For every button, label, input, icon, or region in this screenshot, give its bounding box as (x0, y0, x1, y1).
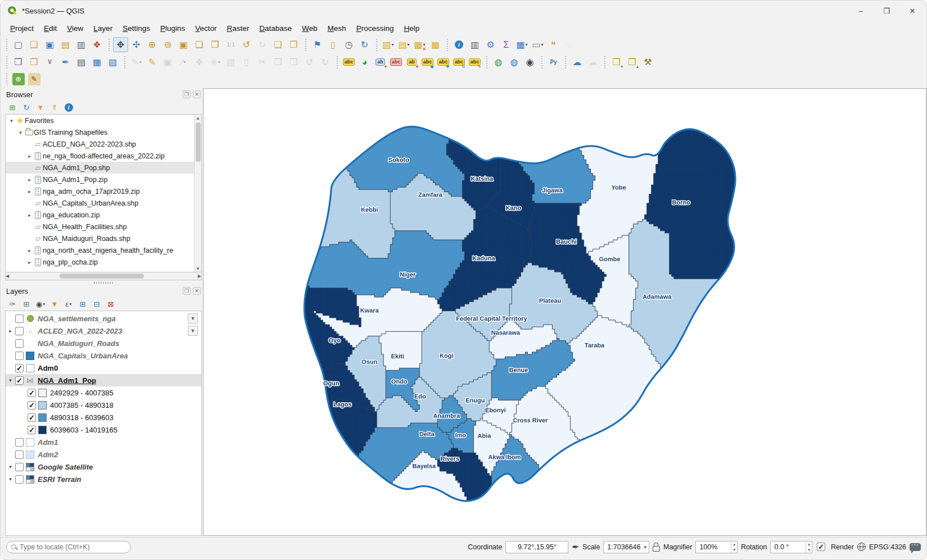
layer-checkbox[interactable] (15, 475, 24, 484)
save-project-button[interactable]: ▣ (42, 37, 57, 52)
layer-diagrams-button[interactable]: ◕ (357, 54, 372, 70)
layer-checkbox[interactable] (15, 315, 24, 323)
scroll-right-icon[interactable]: ▶ (198, 273, 201, 280)
crs-status[interactable]: EPSG:4326 (869, 543, 906, 551)
magnifier-spinner[interactable]: 100% (695, 541, 738, 553)
layer-checkbox[interactable]: ✓ (15, 364, 24, 372)
layer-row-adm2[interactable]: Adm2 (6, 448, 201, 461)
menu-layer[interactable]: Layer (88, 22, 117, 35)
layer-row-4007385-4890318[interactable]: ✓4007385 - 4890318 (6, 399, 201, 411)
layer-checkbox[interactable] (15, 327, 24, 335)
manage-map-themes-button[interactable]: ◉▾ (34, 298, 47, 310)
copy-features-button[interactable]: ❐ (270, 54, 286, 70)
menu-help[interactable]: Help (399, 22, 424, 35)
browser-vertical-scrollbar[interactable]: ▲ ▼ (194, 115, 201, 272)
locator-bar[interactable] (6, 541, 131, 553)
select-features-button[interactable]: ▧▾ (381, 37, 396, 52)
new-map-view-button[interactable]: ❏ (270, 37, 286, 52)
undo-button[interactable]: ↺ (302, 54, 317, 70)
layer-row-nga-adm1-pop[interactable]: ▾✓⋈NGA_Adm1_Pop (6, 374, 201, 386)
zoom-native-button[interactable]: 1:1 (223, 37, 238, 52)
layer-checkbox[interactable]: ✓ (28, 413, 36, 422)
open-project-button[interactable]: ❏ (26, 37, 42, 52)
menu-vector[interactable]: Vector (190, 22, 221, 35)
new-geopackage-layer-button[interactable]: ✒ (58, 54, 73, 70)
multiedit-attributes-button[interactable]: ▤ (223, 54, 238, 70)
style-manager-button[interactable]: ❖ (89, 37, 105, 52)
change-label-properties-button[interactable]: abc✎ (467, 54, 482, 70)
metasearch-catalog-button[interactable]: ◍ (491, 54, 506, 70)
lock-scale-icon[interactable] (653, 546, 660, 552)
zoom-last-button[interactable]: ↺ (239, 37, 254, 52)
open-layer-styling-button[interactable]: ✑ (6, 298, 19, 310)
browser-item-nga-plp-ocha-zip[interactable]: ▸nga_plp_ocha.zip (6, 256, 194, 268)
browser-item-nga-education-zip[interactable]: ▸nga_education.zip (6, 209, 194, 221)
layer-checkbox[interactable]: ✓ (28, 401, 36, 409)
locator-input[interactable] (20, 543, 126, 551)
3d-box-import-button[interactable]: ❒▾ (609, 54, 624, 70)
3d-box-export-button[interactable]: ❒▴ (625, 54, 640, 70)
expander-icon[interactable]: ▸ (26, 189, 33, 194)
browser-close-icon[interactable]: ✕ (193, 90, 201, 98)
current-edits-button[interactable]: ✎▾ (129, 54, 144, 70)
highlight-pinned-labels-button[interactable]: abc (388, 54, 404, 70)
bookmark-manager-button[interactable]: ▯ (325, 37, 341, 52)
menu-plugins[interactable]: Plugins (155, 22, 190, 35)
collapse-all-layers-button[interactable]: ⊟ (91, 298, 103, 310)
select-by-location-button[interactable]: ▦ (428, 37, 443, 52)
cloud-storage-button[interactable]: ☁ (569, 54, 585, 70)
scrollbar-thumb[interactable] (196, 122, 201, 162)
identify-features-button[interactable]: i (451, 37, 467, 52)
toggle-label-pin-button[interactable]: ab▾ (404, 54, 419, 70)
panel-splitter[interactable] (5, 280, 202, 285)
digitize-with-segment-button[interactable]: ∕▾ (176, 54, 191, 70)
open-attribute-table-button[interactable]: ▦▾ (514, 37, 530, 52)
messages-icon[interactable] (910, 543, 921, 551)
coordinate-capture-icon[interactable]: ✒ (572, 542, 579, 552)
add-vector-layer-button[interactable]: ❒ (26, 54, 42, 70)
vertex-tool-button[interactable]: ✳▾ (207, 54, 223, 70)
show-spatial-bookmarks-button[interactable]: ⚑ (310, 37, 325, 52)
collapse-all-button[interactable]: ⇑ (48, 101, 61, 113)
expander-icon[interactable]: ▸ (26, 248, 33, 253)
cloud-upload-button[interactable]: ☁ (585, 54, 600, 70)
expander-icon[interactable]: ▾ (7, 377, 14, 383)
add-delimited-text-layer-button[interactable]: ▤ (74, 54, 89, 70)
select-by-value-button[interactable]: ▤▾ (396, 37, 412, 52)
pan-to-selection-button[interactable]: ✣ (129, 37, 144, 52)
browser-item-acled-nga-2022-2023-shp[interactable]: ▱ACLED_NGA_2022-2023.shp (6, 138, 194, 150)
browser-item-favorites[interactable]: ▾★Favorites (6, 115, 194, 126)
add-virtual-layer-button[interactable]: ▧ (105, 54, 120, 70)
paste-features-button[interactable]: ❒ (286, 54, 301, 70)
move-feature-button[interactable]: ✥ (192, 54, 207, 70)
restore-button[interactable]: ❐ (874, 2, 899, 20)
map-canvas[interactable] (204, 89, 926, 535)
expander-icon[interactable]: ▸ (26, 259, 33, 265)
browser-horizontal-scrollbar[interactable]: ◀ ▶ (5, 272, 202, 280)
expander-icon[interactable]: ▸ (7, 328, 14, 334)
layer-row-nga-capitals-urbanarea[interactable]: NGA_Capitals_UrbanArea (6, 349, 201, 362)
layer-row-6039603-14019165[interactable]: ✓6039603 - 14019165 (6, 424, 201, 436)
zoom-to-layer-button[interactable]: ❐ (207, 37, 223, 52)
menu-edit[interactable]: Edit (39, 22, 62, 35)
zoom-next-button[interactable]: ↻ (255, 37, 270, 52)
layer-checkbox[interactable] (15, 450, 24, 459)
search-tools-button[interactable]: ◌ (562, 37, 577, 52)
layer-row-nga-settlements-nga[interactable]: NGA_settlements_nga▼ (6, 312, 201, 325)
menu-mesh[interactable]: Mesh (323, 22, 351, 35)
expander-icon[interactable]: ▾ (7, 464, 14, 470)
menu-database[interactable]: Database (254, 22, 297, 35)
map-tips-button[interactable]: ❝ (546, 37, 561, 52)
properties-info-button[interactable]: i (62, 101, 75, 113)
browser-item-nga-north-east-nigeria-health-facility-re[interactable]: ▸nga_north_east_nigeria_health_facility_… (6, 244, 194, 256)
measure-line-button[interactable]: ▭▾ (530, 37, 545, 52)
browser-item-nga-capitals-urbanarea-shp[interactable]: ▱NGA_Capitals_UrbanArea.shp (6, 197, 194, 209)
new-print-layout-button[interactable]: ▤ (58, 37, 73, 52)
osm-map-edit-button[interactable]: ✎ (26, 71, 42, 86)
add-group-button[interactable]: ⊞ (20, 298, 33, 310)
layers-close-icon[interactable]: ✕ (193, 287, 201, 295)
menu-processing[interactable]: Processing (351, 22, 399, 35)
menu-settings[interactable]: Settings (117, 22, 155, 35)
expander-icon[interactable]: ▾ (8, 118, 15, 124)
browser-item-nga-adm1-pop-zip[interactable]: ▸NGA_Adm1_Pop.zip (6, 174, 194, 185)
